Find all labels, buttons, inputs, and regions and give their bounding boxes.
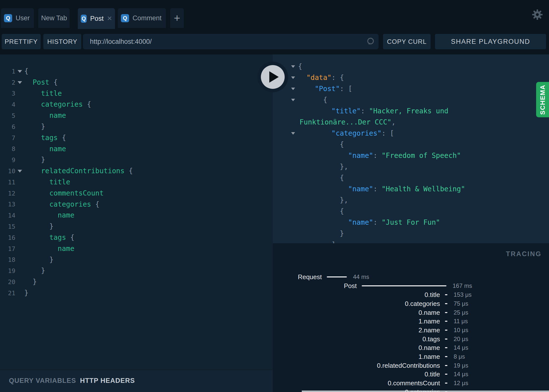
trace-label: 0.commentsCount xyxy=(273,379,440,387)
response-code: "name": "Freedom of Speech" xyxy=(298,150,461,161)
query-code: name xyxy=(24,243,74,254)
trace-duration: 20 μs xyxy=(454,336,468,343)
query-code: title xyxy=(24,177,70,188)
editor-line[interactable]: 1{ xyxy=(0,66,273,77)
response-code: { xyxy=(298,139,344,150)
fold-arrow-icon[interactable] xyxy=(15,170,24,172)
editor-line[interactable]: 6 } xyxy=(0,121,273,132)
response-code: ] xyxy=(298,239,336,243)
editor-line[interactable]: 9 } xyxy=(0,154,273,166)
editor-line[interactable]: 2 Post { xyxy=(0,77,273,88)
editor-line[interactable]: 17 name xyxy=(0,243,273,254)
editor-line[interactable]: 5 name xyxy=(0,110,273,121)
tab-bar: QUserNew TabQPost×QComment+ xyxy=(0,0,549,38)
trace-dash xyxy=(445,356,447,357)
trace-label: 1.name xyxy=(273,318,440,325)
response-line: "name": "Freedom of Speech" xyxy=(273,150,549,161)
editor-line[interactable]: 19 } xyxy=(0,265,273,276)
editor-line[interactable]: 4 categories { xyxy=(0,99,273,110)
editor-line[interactable]: 18 } xyxy=(0,254,273,266)
query-code: title xyxy=(24,88,62,99)
execute-query-button[interactable] xyxy=(257,62,288,92)
trace-row: 0.name25 μs xyxy=(273,309,468,317)
editor-line[interactable]: 14 name xyxy=(0,210,273,221)
trace-label: 0.name xyxy=(273,309,440,317)
response-line: { xyxy=(273,172,549,183)
query-variables-tab[interactable]: QUERY VARIABLES xyxy=(9,377,76,385)
editor-line[interactable]: 10 relatedContributions { xyxy=(0,166,273,177)
trace-duration: 8 μs xyxy=(454,353,465,360)
trace-duration: 14 μs xyxy=(454,371,468,378)
trace-label: Post xyxy=(273,282,357,290)
trace-row: 0.title153 μs xyxy=(273,291,472,299)
trace-row: Request44 ms xyxy=(273,273,369,281)
trace-duration: 25 μs xyxy=(454,309,468,316)
line-number: 11 xyxy=(0,179,15,186)
settings-gear-icon[interactable] xyxy=(532,9,543,20)
line-number: 1 xyxy=(0,68,15,75)
query-code: Post { xyxy=(24,77,58,88)
trace-duration: 12 μs xyxy=(454,380,468,387)
trace-dash xyxy=(445,374,447,375)
http-headers-tab[interactable]: HTTP HEADERS xyxy=(80,377,135,385)
tab-label: Post xyxy=(90,15,104,23)
history-button[interactable]: HISTORY xyxy=(43,34,81,49)
trace-duration: 153 μs xyxy=(454,291,472,298)
editor-line[interactable]: 12 commentsCount xyxy=(0,188,273,199)
editor-line[interactable]: 7 tags { xyxy=(0,132,273,144)
copy-curl-button[interactable]: COPY CURL xyxy=(383,34,431,49)
refresh-schema-icon[interactable] xyxy=(366,37,375,46)
line-number: 4 xyxy=(0,101,15,108)
line-number: 15 xyxy=(0,223,15,230)
line-number: 5 xyxy=(0,112,15,119)
editor-line[interactable]: 11 title xyxy=(0,177,273,188)
response-line: "name": "Health & Wellbeing" xyxy=(273,183,549,195)
schema-tab-button[interactable]: SCHEMA xyxy=(536,82,549,117)
trace-row: 0.categories xyxy=(273,388,454,392)
trace-dash xyxy=(445,339,447,340)
endpoint-url-input[interactable] xyxy=(83,34,379,49)
editor-line[interactable]: 3 title xyxy=(0,88,273,99)
trace-dash xyxy=(445,294,447,295)
editor-line[interactable]: 20 } xyxy=(0,276,273,288)
close-tab-icon[interactable]: × xyxy=(107,14,112,22)
trace-duration: 167 ms xyxy=(453,282,472,289)
tab-post[interactable]: QPost× xyxy=(78,8,115,29)
query-code: } xyxy=(24,121,45,132)
response-code: Funktionäre...Der CCC", xyxy=(300,117,396,128)
fold-arrow-icon[interactable] xyxy=(15,70,24,73)
share-playground-button[interactable]: SHARE PLAYGROUND xyxy=(435,34,546,49)
editor-line[interactable]: 16 tags { xyxy=(0,232,273,243)
editor-line[interactable]: 13 categories { xyxy=(0,199,273,210)
trace-dash xyxy=(445,347,447,348)
fold-arrow-icon[interactable] xyxy=(273,99,298,101)
response-code: "categories": [ xyxy=(298,128,394,139)
tab-user[interactable]: QUser xyxy=(1,8,34,28)
response-code: { xyxy=(298,94,327,105)
query-editor[interactable]: 1{2 Post {3 title4 categories {5 name6 }… xyxy=(0,54,273,370)
editor-line[interactable]: 8 name xyxy=(0,144,273,155)
response-line: }, xyxy=(273,195,549,206)
trace-label: 2.name xyxy=(273,326,440,334)
trace-row: 1.name11 μs xyxy=(273,317,468,325)
tab-new-tab[interactable]: New Tab xyxy=(38,8,70,28)
trace-label: Request xyxy=(273,273,322,281)
query-badge-icon: Q xyxy=(4,14,12,22)
editor-line[interactable]: 21} xyxy=(0,288,273,299)
query-code: } xyxy=(24,221,54,232)
editor-line[interactable]: 15 } xyxy=(0,221,273,232)
trace-label: 0.relatedContributions xyxy=(273,362,440,369)
tab-comment[interactable]: QComment xyxy=(118,8,166,28)
trace-row: 0.relatedContributions19 μs xyxy=(273,362,468,369)
response-line: { xyxy=(273,94,549,105)
tracing-panel: TRACING Request44 msPost167 ms0.title153… xyxy=(273,243,549,392)
endpoint-url-bar xyxy=(83,34,379,49)
fold-arrow-icon[interactable] xyxy=(15,81,24,84)
prettify-button[interactable]: PRETTIFY xyxy=(2,34,41,49)
trace-duration: 44 ms xyxy=(353,273,369,280)
fold-arrow-icon[interactable] xyxy=(273,132,298,135)
new-tab-button[interactable]: + xyxy=(170,8,184,28)
trace-bar xyxy=(327,276,347,277)
response-line: "data": { xyxy=(273,72,549,83)
plus-icon: + xyxy=(174,13,180,24)
